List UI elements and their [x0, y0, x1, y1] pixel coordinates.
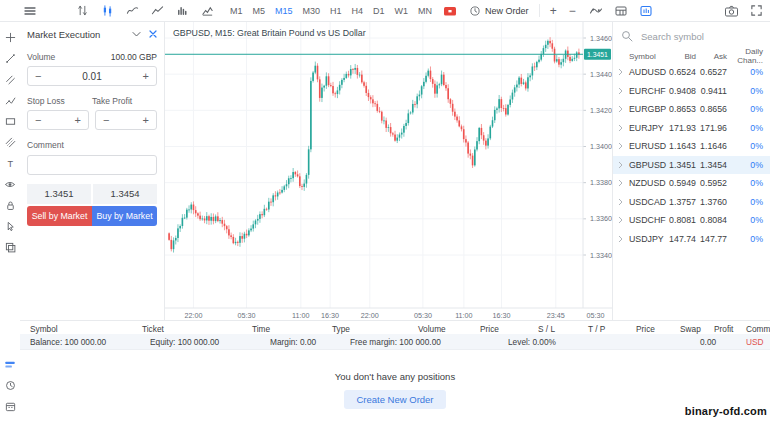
sell-button[interactable]: Sell by Market: [27, 206, 92, 226]
equidistant-channel-icon[interactable]: [4, 136, 17, 149]
account-currency: USD: [746, 337, 764, 347]
lock-icon[interactable]: [4, 199, 17, 212]
cursor-tool-icon[interactable]: [4, 220, 17, 233]
polyline-tool-icon[interactable]: [4, 94, 17, 107]
timeframe-h4[interactable]: H4: [352, 6, 364, 16]
text-tool-icon[interactable]: T: [4, 157, 17, 170]
trade-col-7[interactable]: T / P: [588, 324, 605, 334]
bid-value: 147.74: [665, 234, 696, 244]
chart-window-icon[interactable]: [638, 3, 654, 19]
timeframe-m30[interactable]: M30: [303, 6, 321, 16]
watchlist-row-gbpusd[interactable]: GBPUSD1.34511.34540%: [613, 156, 770, 175]
timeframe-m15[interactable]: M15: [275, 6, 293, 16]
search-input[interactable]: [639, 30, 762, 43]
tick-chart-icon[interactable]: [74, 3, 90, 19]
timeframe-mn[interactable]: MN: [418, 6, 432, 16]
screenshot-camera-icon[interactable]: [723, 3, 739, 19]
trade-col-2[interactable]: Time: [252, 324, 270, 334]
trade-col-11[interactable]: Comment: [746, 324, 770, 334]
expand-symbol-icon[interactable]: [618, 142, 624, 150]
trade-col-4[interactable]: Volume: [418, 324, 446, 334]
close-icon[interactable]: [149, 30, 157, 38]
expand-symbol-icon[interactable]: [618, 124, 624, 132]
watchlist-row-eurchf[interactable]: EURCHF0.94080.94110%: [613, 82, 770, 101]
watchlist-col-2[interactable]: Ask: [696, 52, 727, 61]
trade-col-5[interactable]: Price: [480, 324, 499, 334]
watchlist-row-nzdusd[interactable]: NZDUSD0.59490.59520%: [613, 174, 770, 193]
expand-symbol-icon[interactable]: [618, 179, 624, 187]
daily-change-value: 0%: [727, 104, 763, 114]
buy-button[interactable]: Buy by Market: [92, 206, 157, 226]
sell-price[interactable]: 1.3451: [27, 184, 91, 204]
volume-amount: 100.00 GBP: [111, 52, 157, 62]
visibility-eye-icon[interactable]: [4, 178, 17, 191]
expand-symbol-icon[interactable]: [618, 68, 624, 76]
expand-symbol-icon[interactable]: [618, 161, 624, 169]
hamburger-menu-icon[interactable]: [22, 3, 38, 19]
new-order-button[interactable]: New Order: [469, 5, 529, 17]
positions-tab-icon[interactable]: [4, 358, 17, 371]
timeframe-h1[interactable]: H1: [330, 6, 342, 16]
watchlist-row-audusd[interactable]: AUDUSD0.65240.65270%: [613, 63, 770, 82]
watchlist-col-1[interactable]: Bid: [665, 52, 696, 61]
watchlist-row-usdcad[interactable]: USDCAD1.37571.37600%: [613, 193, 770, 212]
ask-value: 1.3760: [696, 197, 727, 207]
line-chart-icon[interactable]: [124, 3, 140, 19]
one-click-trading-icon[interactable]: [442, 3, 458, 19]
objects-list-icon[interactable]: [4, 241, 17, 254]
timeframe-m1[interactable]: M1: [230, 6, 243, 16]
watchlist-row-eurusd[interactable]: EURUSD1.16431.16460%: [613, 137, 770, 156]
polyline-chart-icon[interactable]: [149, 3, 165, 19]
bid-value: 1.3451: [665, 160, 696, 170]
chart-area: GBPUSD, M15: Great Britain Pound vs US D…: [165, 22, 612, 320]
market-depth-icon[interactable]: [199, 3, 215, 19]
watchlist-row-eurgbp[interactable]: EURGBP0.86530.86560%: [613, 100, 770, 119]
take-profit-minus-button[interactable]: −: [103, 115, 109, 126]
take-profit-plus-button[interactable]: +: [143, 115, 149, 126]
volume-plus-button[interactable]: +: [143, 71, 149, 82]
zoom-out-button[interactable]: −: [569, 5, 576, 17]
calendar-icon[interactable]: [4, 400, 17, 413]
timeframe-d1[interactable]: D1: [373, 6, 385, 16]
volume-bars-icon[interactable]: [174, 3, 190, 19]
candlestick-chart[interactable]: 1.34601.34401.34201.34001.33801.33601.33…: [165, 22, 612, 320]
volume-minus-button[interactable]: −: [35, 71, 41, 82]
history-clock-icon[interactable]: [4, 379, 17, 392]
trade-col-0[interactable]: Symbol: [30, 324, 58, 334]
stop-loss-minus-button[interactable]: −: [35, 115, 41, 126]
comment-input[interactable]: [27, 155, 157, 175]
candlestick-chart-icon[interactable]: [99, 3, 115, 19]
fullscreen-icon[interactable]: [748, 3, 764, 19]
watchlist-row-usdchf[interactable]: USDCHF0.80810.80840%: [613, 211, 770, 230]
watchlist-row-usdjpy[interactable]: USDJPY147.74147.770%: [613, 230, 770, 249]
expand-symbol-icon[interactable]: [618, 105, 624, 113]
volume-value[interactable]: 0.01: [82, 71, 101, 82]
shapes-rectangle-icon[interactable]: [4, 115, 17, 128]
trade-col-3[interactable]: Type: [332, 324, 350, 334]
trade-col-8[interactable]: Price: [636, 324, 655, 334]
watchlist-col-0[interactable]: Symbol: [629, 52, 665, 61]
svg-text:16:30: 16:30: [321, 311, 339, 320]
timeframe-m5[interactable]: M5: [253, 6, 266, 16]
expand-symbol-icon[interactable]: [618, 235, 624, 243]
objects-grid-icon[interactable]: [613, 3, 629, 19]
trade-col-9[interactable]: Swap: [680, 324, 701, 334]
bid-value: 0.9408: [665, 86, 696, 96]
buy-price[interactable]: 1.3454: [93, 184, 157, 204]
parallel-lines-icon[interactable]: [4, 73, 17, 86]
expand-symbol-icon[interactable]: [618, 216, 624, 224]
crosshair-icon[interactable]: [4, 31, 17, 44]
watchlist-row-eurjpy[interactable]: EURJPY171.93171.960%: [613, 119, 770, 138]
trade-col-10[interactable]: Profit: [714, 324, 733, 334]
trade-col-6[interactable]: S / L: [538, 324, 555, 334]
expand-symbol-icon[interactable]: [618, 87, 624, 95]
indicators-icon[interactable]: [588, 3, 604, 19]
trade-col-1[interactable]: Ticket: [142, 324, 164, 334]
chevron-down-icon[interactable]: [132, 30, 141, 38]
timeframe-w1[interactable]: W1: [395, 6, 409, 16]
zoom-in-button[interactable]: +: [550, 5, 557, 17]
stop-loss-plus-button[interactable]: +: [75, 115, 81, 126]
create-new-order-button[interactable]: Create New Order: [344, 390, 445, 409]
trendline-icon[interactable]: [4, 52, 17, 65]
expand-symbol-icon[interactable]: [618, 198, 624, 206]
